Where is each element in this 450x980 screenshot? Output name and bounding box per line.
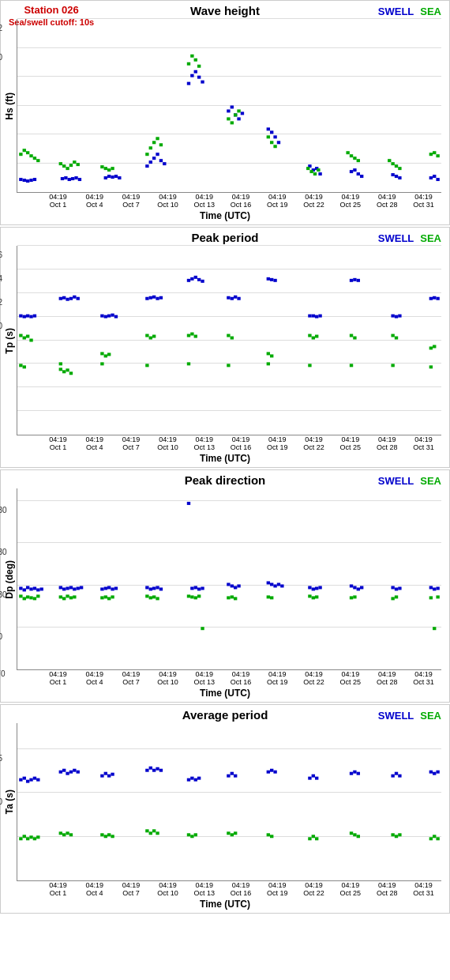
xtick: 04:19Oct 7 — [114, 670, 149, 686]
svg-rect-145 — [26, 335, 29, 338]
svg-rect-338 — [190, 835, 193, 838]
svg-rect-295 — [156, 767, 159, 771]
svg-rect-168 — [353, 337, 356, 340]
chart4-xticks: 04:19Oct 1 04:19Oct 4 04:19Oct 7 04:19Oc… — [40, 881, 441, 897]
svg-rect-179 — [227, 364, 230, 367]
legend-sea-1: SEA — [420, 6, 441, 17]
svg-rect-240 — [29, 596, 32, 599]
xtick: 04:19Oct 25 — [332, 881, 368, 897]
svg-rect-51 — [23, 149, 26, 152]
svg-rect-252 — [145, 594, 148, 597]
svg-rect-159 — [194, 335, 197, 338]
svg-rect-71 — [187, 62, 190, 66]
svg-rect-262 — [231, 595, 234, 598]
svg-rect-96 — [436, 154, 439, 157]
svg-rect-198 — [80, 586, 83, 589]
svg-rect-268 — [315, 595, 318, 598]
svg-rect-97 — [19, 315, 22, 318]
svg-rect-325 — [59, 831, 62, 835]
svg-rect-143 — [19, 334, 22, 337]
xtick: 04:19Oct 7 — [114, 881, 149, 897]
svg-rect-279 — [29, 778, 32, 782]
svg-rect-330 — [104, 835, 107, 838]
svg-rect-1 — [23, 179, 26, 182]
svg-rect-161 — [231, 337, 234, 340]
svg-rect-247 — [73, 595, 76, 598]
xtick: 04:19Oct 22 — [296, 193, 332, 209]
svg-rect-157 — [187, 334, 190, 337]
svg-rect-337 — [187, 833, 190, 836]
svg-rect-0 — [19, 178, 22, 181]
svg-rect-83 — [309, 170, 313, 173]
svg-rect-21 — [163, 162, 166, 165]
svg-rect-22 — [187, 82, 190, 85]
svg-rect-289 — [104, 772, 107, 775]
svg-rect-281 — [36, 778, 39, 782]
svg-rect-154 — [145, 334, 148, 337]
xtick: 04:19Oct 1 — [40, 193, 76, 209]
xtick: 04:19Oct 19 — [260, 881, 295, 897]
svg-rect-131 — [312, 315, 315, 318]
svg-rect-166 — [315, 335, 318, 338]
chart3-legend: SWELL SEA — [378, 475, 441, 487]
xtick: 04:19Oct 13 — [186, 670, 222, 686]
svg-rect-257 — [190, 595, 193, 598]
xtick: 04:19Oct 19 — [260, 435, 295, 451]
svg-rect-72 — [190, 55, 193, 58]
svg-rect-48 — [433, 175, 436, 178]
svg-rect-170 — [395, 337, 398, 340]
svg-rect-85 — [317, 168, 320, 172]
svg-rect-184 — [429, 365, 433, 368]
svg-rect-144 — [23, 337, 26, 340]
xtick: 04:19Oct 31 — [406, 435, 441, 451]
chart2-legend: SWELL SEA — [378, 232, 441, 244]
svg-rect-122 — [201, 280, 204, 283]
svg-rect-293 — [149, 767, 152, 770]
svg-rect-4 — [33, 178, 36, 181]
svg-rect-172 — [433, 345, 436, 348]
svg-rect-151 — [100, 352, 103, 355]
svg-rect-133 — [318, 315, 321, 318]
svg-rect-213 — [201, 586, 204, 590]
svg-rect-238 — [23, 597, 26, 600]
svg-rect-242 — [36, 594, 39, 597]
svg-rect-106 — [73, 296, 76, 299]
svg-rect-205 — [149, 587, 152, 590]
svg-rect-153 — [107, 352, 111, 356]
svg-rect-237 — [19, 594, 22, 597]
svg-rect-207 — [156, 586, 159, 589]
chart4-title: Average period — [182, 708, 268, 722]
svg-rect-310 — [350, 772, 353, 775]
svg-rect-16 — [145, 164, 148, 168]
svg-rect-322 — [29, 835, 32, 839]
svg-rect-183 — [391, 364, 394, 367]
svg-rect-296 — [159, 769, 163, 772]
svg-rect-258 — [194, 596, 197, 599]
x-label-2: Time (UTC) — [1, 451, 449, 467]
svg-rect-26 — [201, 81, 204, 84]
svg-rect-329 — [100, 833, 103, 836]
y-label-4: Ta (s) — [4, 790, 15, 814]
xtick: 04:19Oct 1 — [40, 435, 76, 451]
svg-rect-94 — [429, 153, 433, 156]
svg-rect-225 — [315, 586, 318, 590]
svg-rect-50 — [19, 153, 22, 156]
svg-rect-230 — [360, 586, 363, 589]
svg-rect-147 — [59, 368, 62, 371]
svg-rect-181 — [308, 364, 311, 367]
svg-rect-34 — [273, 135, 276, 138]
xtick: 04:19Oct 16 — [223, 881, 258, 897]
svg-rect-220 — [273, 584, 276, 587]
svg-rect-235 — [433, 587, 436, 590]
svg-rect-73 — [194, 58, 197, 62]
svg-rect-115 — [152, 296, 156, 299]
svg-rect-189 — [33, 586, 36, 590]
svg-rect-47 — [429, 176, 433, 179]
svg-rect-11 — [104, 176, 107, 179]
svg-rect-255 — [156, 597, 159, 600]
svg-rect-14 — [114, 175, 118, 178]
svg-rect-291 — [111, 773, 114, 776]
svg-rect-117 — [159, 296, 163, 300]
svg-rect-191 — [39, 587, 43, 590]
svg-rect-124 — [231, 297, 234, 300]
